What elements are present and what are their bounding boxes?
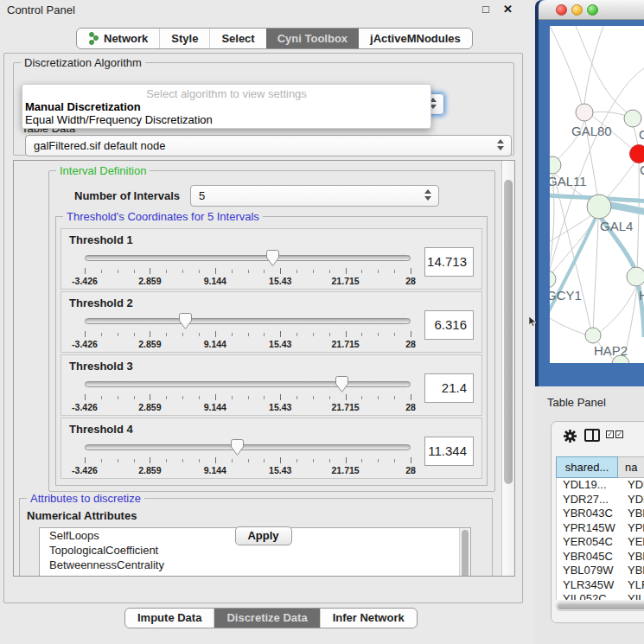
table-row[interactable]: YPR145WYPR1 bbox=[557, 521, 644, 536]
cell-shared-name[interactable]: YDR27... bbox=[557, 493, 619, 507]
tick-label: 9.144 bbox=[204, 339, 226, 349]
threshold-slider[interactable]: -3.4262.8599.14415.4321.71528 bbox=[85, 437, 411, 476]
close-panel-icon[interactable]: ✕ bbox=[503, 3, 513, 16]
dropdown-option-equal-width-frequency[interactable]: Equal Width/Frequency Discretization bbox=[22, 113, 430, 126]
network-node-ga[interactable] bbox=[624, 110, 641, 127]
attribute-list-item[interactable]: BetweennessCentrality bbox=[40, 558, 470, 572]
dropdown-option-manual-discretization[interactable]: Manual Discretization bbox=[22, 100, 430, 113]
tick-label: 21.715 bbox=[332, 339, 360, 349]
slider-thumb[interactable] bbox=[179, 313, 192, 329]
cell-name[interactable]: YPR1 bbox=[619, 521, 644, 536]
network-node-hap2[interactable] bbox=[585, 328, 601, 343]
threshold-slider[interactable]: -3.4262.8599.14415.4321.71528 bbox=[85, 247, 411, 287]
cell-name[interactable]: YLR3 bbox=[619, 578, 644, 593]
slider-track[interactable] bbox=[85, 318, 411, 324]
slider-track[interactable] bbox=[85, 255, 411, 261]
threshold-value-field[interactable]: 21.4 bbox=[424, 373, 474, 403]
table-row[interactable]: YLR345WYLR3 bbox=[557, 578, 644, 593]
cell-name[interactable]: YBR0 bbox=[619, 550, 644, 564]
cell-shared-name[interactable]: YPR145W bbox=[557, 521, 619, 536]
zoom-window-icon[interactable] bbox=[587, 4, 598, 16]
table-row[interactable]: YIL052CYIL0 bbox=[557, 592, 644, 600]
table-row[interactable]: YBR045CYBR0 bbox=[557, 550, 644, 564]
number-of-intervals-combobox[interactable]: 5 bbox=[190, 185, 439, 207]
scrollbar-thumb[interactable] bbox=[504, 180, 513, 484]
slider-thumb[interactable] bbox=[335, 376, 348, 392]
network-canvas[interactable]: GAL80GACGAL11GAL4GCY1HIHAP2 bbox=[550, 26, 644, 363]
node-label: GAL4 bbox=[600, 219, 633, 233]
slider-track[interactable] bbox=[85, 444, 411, 450]
cell-shared-name[interactable]: YER054C bbox=[557, 535, 619, 550]
apply-button[interactable]: Apply bbox=[235, 526, 292, 545]
network-edge[interactable] bbox=[584, 26, 603, 104]
threshold-value-field[interactable]: 11.344 bbox=[424, 437, 474, 466]
combo-stepper-icon[interactable] bbox=[424, 189, 432, 201]
tab-network[interactable]: Network bbox=[77, 29, 159, 48]
gear-icon[interactable] bbox=[563, 429, 577, 443]
close-window-icon[interactable] bbox=[556, 4, 567, 16]
slider-track[interactable] bbox=[85, 381, 411, 387]
major-tick bbox=[346, 268, 347, 274]
slider-thumb[interactable] bbox=[266, 250, 279, 266]
cell-name[interactable]: YIL0 bbox=[619, 592, 644, 600]
scrollbar-thumb[interactable] bbox=[462, 530, 469, 577]
network-edge[interactable] bbox=[637, 163, 639, 272]
network-node-gal11[interactable] bbox=[550, 156, 561, 174]
tab-jactivemnodules[interactable]: jActiveMNodules bbox=[359, 29, 472, 48]
minimize-window-icon[interactable] bbox=[571, 4, 583, 16]
minor-tick bbox=[118, 459, 118, 462]
checkboxes-icon[interactable]: ✓ ✓ bbox=[606, 430, 623, 438]
column-header-name[interactable]: na bbox=[618, 456, 644, 478]
float-window-icon[interactable]: □ bbox=[482, 3, 489, 16]
table-row[interactable]: YER054CYER0 bbox=[557, 535, 644, 550]
network-node-gcy1[interactable] bbox=[550, 271, 556, 288]
tab-select[interactable]: Select bbox=[209, 29, 265, 48]
screen: { "window": { "title": "Control Panel", … bbox=[0, 0, 644, 644]
cell-shared-name[interactable]: YBR045C bbox=[557, 550, 619, 564]
threshold-value-field[interactable]: 6.316 bbox=[424, 310, 474, 340]
tab-cyni-toolbox[interactable]: Cyni Toolbox bbox=[266, 29, 359, 48]
slider-tick-labels: -3.4262.8599.14415.4321.71528 bbox=[85, 339, 411, 349]
network-edge[interactable] bbox=[550, 26, 583, 108]
minor-tick bbox=[182, 270, 183, 273]
cell-name[interactable]: YDL1 bbox=[619, 478, 644, 493]
cell-name[interactable]: YER0 bbox=[619, 535, 644, 550]
cell-shared-name[interactable]: YIL052C bbox=[557, 592, 619, 600]
tab-infer-network[interactable]: Infer Network bbox=[320, 609, 417, 628]
tab-discretize-data[interactable]: Discretize Data bbox=[214, 609, 319, 628]
cell-shared-name[interactable]: YBL079W bbox=[557, 564, 619, 578]
combo-stepper-icon[interactable] bbox=[497, 139, 505, 150]
tab-style[interactable]: Style bbox=[159, 29, 209, 48]
cell-name[interactable]: YBR0 bbox=[619, 507, 644, 521]
network-edge[interactable] bbox=[550, 218, 596, 279]
table-row[interactable]: YDR27...YDR2 bbox=[557, 493, 644, 507]
attribute-list-scrollbar[interactable] bbox=[459, 528, 470, 577]
tick-label: 15.43 bbox=[269, 402, 291, 412]
cell-shared-name[interactable]: YLR345W bbox=[557, 578, 619, 593]
network-edge[interactable] bbox=[576, 26, 629, 114]
threshold-value-field[interactable]: 14.713 bbox=[424, 247, 474, 277]
table-horizontal-scrollbar[interactable] bbox=[556, 602, 644, 611]
scrollbar-thumb[interactable] bbox=[558, 603, 644, 609]
column-header-shared-name[interactable]: shared... bbox=[556, 456, 618, 478]
network-node-hi[interactable] bbox=[627, 267, 644, 286]
cell-shared-name[interactable]: YDL19... bbox=[557, 478, 619, 493]
network-node-gal4[interactable] bbox=[587, 194, 611, 219]
tab-impute-data[interactable]: Impute Data bbox=[125, 609, 214, 628]
columns-icon[interactable] bbox=[584, 429, 600, 442]
cell-shared-name[interactable]: YBR043C bbox=[557, 507, 619, 521]
table-row[interactable]: YDL19...YDL1 bbox=[557, 478, 644, 493]
table-row[interactable]: YBR043CYBR0 bbox=[557, 507, 644, 521]
network-node-gal80[interactable] bbox=[576, 104, 593, 121]
cell-name[interactable]: YDR2 bbox=[619, 493, 644, 507]
threshold-slider[interactable]: -3.4262.8599.14415.4321.71528 bbox=[85, 310, 411, 350]
network-node-c[interactable] bbox=[630, 145, 644, 163]
network-edge[interactable] bbox=[550, 316, 586, 335]
table-row[interactable]: YBL079WYBL0 bbox=[557, 564, 644, 578]
table-data-combobox[interactable]: galFiltered.sif default node bbox=[25, 135, 512, 156]
cell-name[interactable]: YBL0 bbox=[619, 564, 644, 578]
slider-thumb[interactable] bbox=[231, 439, 244, 456]
pane-vertical-scrollbar[interactable] bbox=[501, 161, 514, 576]
threshold-slider[interactable]: -3.4262.8599.14415.4321.71528 bbox=[85, 373, 411, 413]
network-edge[interactable] bbox=[593, 219, 598, 335]
